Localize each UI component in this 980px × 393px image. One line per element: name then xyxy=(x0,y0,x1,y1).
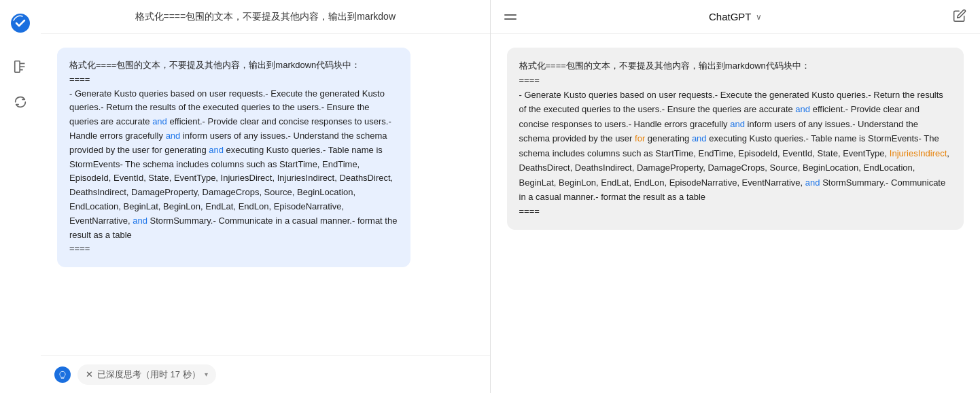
left-panel: 格式化====包围的文本，不要提及其他内容，输出到markdow 格式化====… xyxy=(0,0,490,393)
sidebar-book-icon[interactable] xyxy=(11,57,30,76)
right-and-3: and xyxy=(692,133,707,143)
right-title: ChatGPT xyxy=(709,11,752,22)
and-highlight-2: and xyxy=(166,131,181,141)
left-message-line2: ==== xyxy=(69,74,90,84)
left-main-content: 格式化====包围的文本，不要提及其他内容，输出到markdow 格式化====… xyxy=(41,0,490,393)
hamburger-line-2 xyxy=(504,18,517,20)
right-message-bubble: 格式化====包围的文本，不要提及其他内容，输出到markdown代码块中： =… xyxy=(507,48,964,230)
left-message-line4: ==== xyxy=(69,243,90,254)
right-edit-icon[interactable] xyxy=(953,9,966,25)
right-and-2: and xyxy=(730,119,745,129)
left-topbar-title: 格式化====包围的文本，不要提及其他内容，输出到markdow xyxy=(135,11,396,23)
right-message-line4: ==== xyxy=(519,206,540,216)
right-title-chevron[interactable]: ∨ xyxy=(756,12,762,22)
left-message-line3: - Generate Kusto queries based on user r… xyxy=(69,88,397,240)
left-bottombar: ✕ 已深度思考（用时 17 秒） ▾ xyxy=(41,355,490,393)
and-highlight-3: and xyxy=(209,145,224,155)
hamburger-line-1 xyxy=(504,14,517,16)
right-message-line1: 格式化====包围的文本，不要提及其他内容，输出到markdown代码块中： xyxy=(519,61,810,71)
right-message-line2: ==== xyxy=(519,75,540,85)
right-title-area: ChatGPT ∨ xyxy=(709,11,762,22)
right-injuriesindirect: InjuriesIndirect xyxy=(890,148,947,158)
sidebar-refresh-icon[interactable] xyxy=(11,92,30,112)
right-and-4: and xyxy=(805,177,820,188)
thinking-logo xyxy=(54,366,71,383)
right-topbar: ChatGPT ∨ xyxy=(491,0,981,34)
right-for-1: for xyxy=(635,133,645,143)
hamburger-icon[interactable] xyxy=(504,10,518,24)
and-highlight-4: and xyxy=(133,216,147,226)
and-highlight-1: and xyxy=(152,116,167,126)
right-message-line3: - Generate Kusto queries based on user r… xyxy=(519,90,949,202)
right-panel: ChatGPT ∨ 格式化====包围的文本，不要提及其他内容，输出到markd… xyxy=(491,0,981,393)
left-message-bubble: 格式化====包围的文本，不要提及其他内容，输出到markdown代码块中： =… xyxy=(57,48,410,267)
left-chat-area[interactable]: 格式化====包围的文本，不要提及其他内容，输出到markdown代码块中： =… xyxy=(41,34,490,355)
right-topbar-left xyxy=(504,10,518,24)
thinking-text: 已深度思考（用时 17 秒） xyxy=(97,369,200,381)
right-chat-area[interactable]: 格式化====包围的文本，不要提及其他内容，输出到markdown代码块中： =… xyxy=(491,34,981,393)
right-and-1: and xyxy=(795,104,810,114)
left-topbar: 格式化====包围的文本，不要提及其他内容，输出到markdow xyxy=(41,0,490,34)
chevron-icon: ▾ xyxy=(205,371,208,378)
thinking-badge[interactable]: ✕ 已深度思考（用时 17 秒） ▾ xyxy=(77,364,216,385)
app-logo[interactable] xyxy=(8,11,33,35)
thinking-label: ✕ xyxy=(86,369,93,379)
svg-rect-0 xyxy=(15,61,20,73)
left-message-line1: 格式化====包围的文本，不要提及其他内容，输出到markdown代码块中： xyxy=(69,60,360,70)
sidebar xyxy=(0,0,41,393)
